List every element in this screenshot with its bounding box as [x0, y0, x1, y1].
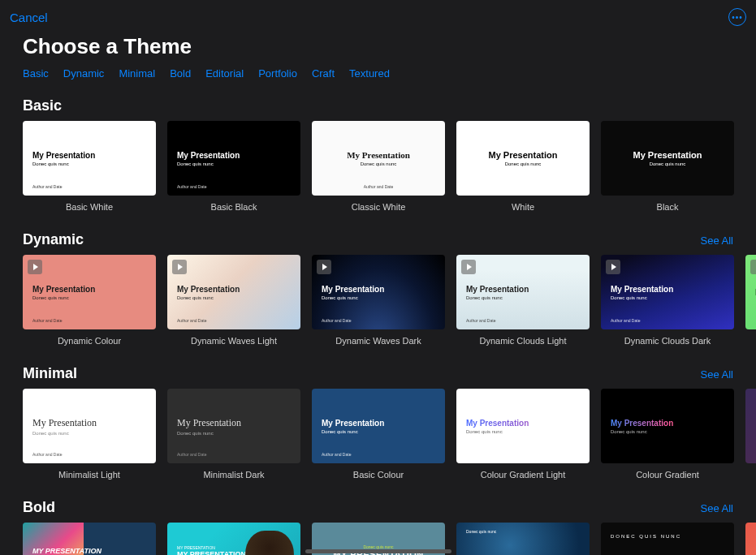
thumb-author: Author and Date: [322, 452, 351, 457]
theme-caption: Dynamic Waves Dark: [312, 336, 445, 346]
thumb-title: My Presentation: [466, 285, 580, 294]
thumb-author: Author and Date: [177, 452, 206, 457]
theme-colour-gradient-light[interactable]: My Presentation Donec quis nunc Colour G…: [456, 389, 590, 480]
theme-dynamic-clouds-light[interactable]: My Presentation Donec quis nunc Author a…: [456, 255, 590, 346]
theme-caption: Dynamic Colour: [23, 336, 156, 346]
theme-black[interactable]: My Presentation Donec quis nunc Black: [601, 121, 734, 212]
thumb-subtitle: Donec quis nunc: [32, 161, 146, 166]
theme-dynamic-colour[interactable]: My Presentation Donec quis nunc Author a…: [23, 255, 156, 346]
thumb-title: My Presentation: [611, 285, 724, 294]
see-all-dynamic[interactable]: See All: [701, 234, 733, 247]
filter-basic[interactable]: Basic: [23, 67, 49, 80]
filter-editorial[interactable]: Editorial: [205, 67, 244, 80]
thumb-subtitle: Donec quis nunc: [32, 431, 146, 436]
theme-white[interactable]: My Presentation Donec quis nunc White: [456, 121, 590, 212]
filter-minimal[interactable]: Minimal: [119, 67, 155, 80]
play-icon: [461, 260, 476, 274]
thumb-subtitle: Donec quis nunc: [177, 161, 291, 166]
thumb-title: MY PRESENTATION: [177, 550, 291, 555]
thumb-title: My Presentation: [611, 419, 724, 428]
section-title-basic: Basic: [23, 97, 62, 114]
theme-caption: Basic Colour: [312, 470, 445, 480]
thumb-subtitle: Donec quis nunc: [466, 295, 580, 300]
theme-minimal-overflow[interactable]: [745, 389, 756, 480]
thumb-title: My Presentation: [177, 285, 291, 294]
filter-craft[interactable]: Craft: [312, 67, 335, 80]
theme-colour-gradient[interactable]: My Presentation Donec quis nunc Colour G…: [601, 389, 734, 480]
theme-bold-5[interactable]: DONEC QUIS NUNC: [601, 523, 734, 555]
play-icon: [317, 260, 331, 274]
theme-bold-overflow[interactable]: [745, 523, 756, 555]
play-icon: [28, 260, 42, 274]
scroll-indicator[interactable]: [305, 549, 451, 553]
theme-minimalist-light[interactable]: My Presentation Donec quis nunc Author a…: [23, 389, 156, 480]
row-dynamic: My Presentation Donec quis nunc Author a…: [0, 255, 756, 357]
theme-bold-2[interactable]: MY PRESENTATION MY PRESENTATION: [167, 523, 300, 555]
play-icon: [750, 260, 756, 274]
thumb-title: My Presentation: [347, 150, 410, 160]
filter-textured[interactable]: Textured: [349, 67, 390, 80]
see-all-bold[interactable]: See All: [701, 502, 733, 514]
thumb-author: Author and Date: [322, 318, 351, 323]
filter-portfolio[interactable]: Portfolio: [258, 67, 297, 80]
theme-dynamic-clouds-dark[interactable]: My Presentation Donec quis nunc Author a…: [601, 255, 734, 346]
thumb-author: Author and Date: [32, 184, 62, 189]
thumb-author: Author and Date: [177, 184, 206, 189]
theme-bold-1[interactable]: MY PRESENTATION: [23, 523, 156, 555]
thumb-subtitle: Donec quis nunc: [466, 429, 580, 434]
thumb-subtitle: Donec quis nunc: [322, 295, 435, 300]
section-title-minimal: Minimal: [23, 365, 77, 382]
thumb-title: My Presentation: [466, 419, 580, 428]
thumb-author: Author and Date: [177, 318, 206, 323]
thumb-title: My Presentation: [32, 151, 146, 160]
thumb-subtitle: Donec quis nunc: [177, 431, 291, 436]
filter-bold[interactable]: Bold: [170, 67, 191, 80]
thumb-subtitle: Donec quis nunc: [322, 429, 435, 434]
theme-dynamic-waves-light[interactable]: My Presentation Donec quis nunc Author a…: [167, 255, 300, 346]
play-icon: [606, 260, 620, 274]
theme-caption: Classic White: [312, 202, 445, 212]
theme-caption: Dynamic Clouds Light: [456, 336, 590, 346]
theme-caption: Colour Gradient: [601, 470, 734, 480]
theme-caption: Minimalist Light: [23, 470, 156, 480]
thumb-subtitle: Donec quis nunc: [361, 161, 397, 166]
thumb-subtitle: Donec quis nunc: [611, 295, 724, 300]
thumb-subtitle: Donec quis nunc: [32, 295, 146, 300]
play-icon: [172, 260, 187, 274]
thumb-author: Author and Date: [611, 318, 640, 323]
theme-caption: Colour Gradient Light: [456, 470, 590, 480]
theme-dynamic-overflow[interactable]: M: [745, 255, 756, 346]
theme-basic-black[interactable]: My Presentation Donec quis nunc Author a…: [167, 121, 300, 212]
theme-basic-colour[interactable]: My Presentation Donec quis nunc Author a…: [312, 389, 445, 480]
thumb-subtitle: Donec quis nunc: [466, 529, 496, 534]
see-all-minimal[interactable]: See All: [701, 368, 733, 381]
theme-caption: Basic White: [23, 202, 156, 212]
thumb-title: MY PRESENTATION: [32, 547, 146, 555]
page-title: Choose a Theme: [0, 26, 756, 62]
thumb-author: Author and Date: [32, 318, 62, 323]
theme-caption: Black: [601, 202, 734, 212]
thumb-title: My Presentation: [177, 417, 291, 429]
thumb-author: Author and Date: [364, 184, 393, 189]
thumb-title: My Presentation: [489, 150, 558, 160]
cancel-button[interactable]: Cancel: [10, 11, 48, 24]
theme-dynamic-waves-dark[interactable]: My Presentation Donec quis nunc Author a…: [312, 255, 445, 346]
thumb-title: My Presentation: [32, 417, 146, 429]
thumb-title: My Presentation: [322, 285, 435, 294]
section-title-bold: Bold: [23, 499, 55, 516]
theme-classic-white[interactable]: My Presentation Donec quis nunc Author a…: [312, 121, 445, 212]
theme-caption: Basic Black: [167, 202, 300, 212]
thumb-title: My Presentation: [177, 151, 291, 160]
theme-minimalist-dark[interactable]: My Presentation Donec quis nunc Author a…: [167, 389, 300, 480]
thumb-title: My Presentation: [322, 419, 435, 428]
theme-basic-white[interactable]: My Presentation Donec quis nunc Author a…: [23, 121, 156, 212]
thumb-subtitle: Donec quis nunc: [505, 161, 542, 166]
row-basic: My Presentation Donec quis nunc Author a…: [0, 121, 756, 223]
theme-caption: Dynamic Clouds Dark: [601, 336, 734, 346]
thumb-title: My Presentation: [633, 150, 702, 160]
filter-dynamic[interactable]: Dynamic: [63, 67, 105, 80]
theme-caption: White: [456, 202, 590, 212]
row-minimal: My Presentation Donec quis nunc Author a…: [0, 389, 756, 491]
theme-bold-4[interactable]: Donec quis nunc: [456, 523, 590, 555]
more-options-icon[interactable]: •••: [728, 8, 746, 26]
